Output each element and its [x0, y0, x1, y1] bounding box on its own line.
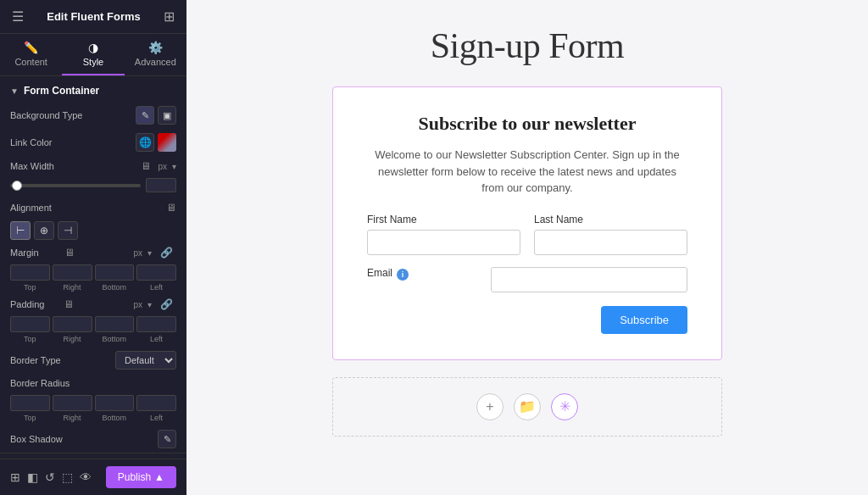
folder-btn[interactable]: 📁 [514, 393, 541, 420]
background-type-label: Background Type [10, 110, 131, 120]
margin-right-input[interactable] [53, 264, 92, 281]
margin-label: Margin [10, 248, 58, 258]
email-label: Email [367, 267, 392, 279]
tab-bar: ✏️ Content ◑ Style ⚙️ Advanced [0, 34, 186, 76]
style-tab-icon: ◑ [88, 41, 98, 54]
margin-inputs [0, 262, 186, 283]
padding-right-input[interactable] [53, 316, 92, 332]
bg-type-color-btn[interactable]: ✎ [136, 106, 154, 125]
max-width-slider-thumb[interactable] [12, 181, 22, 191]
max-width-slider-track[interactable] [10, 184, 141, 187]
labels-section[interactable]: ▶ Labels [0, 453, 186, 459]
name-row: First Name Last Name [367, 214, 687, 255]
border-radius-right-input[interactable] [53, 395, 92, 411]
border-radius-row: Border Radius [0, 374, 186, 392]
br-bottom-label: Bottom [95, 414, 135, 422]
margin-link-icon[interactable]: 🔗 [157, 247, 176, 259]
email-field-label-group: Email i [367, 267, 477, 287]
alignment-row: Alignment 🖥 [0, 197, 186, 218]
subscribe-button[interactable]: Subscribe [601, 306, 687, 334]
first-name-input[interactable] [367, 230, 520, 255]
max-width-input[interactable] [146, 178, 176, 192]
tab-content[interactable]: ✏️ Content [0, 34, 62, 75]
margin-unit: px [133, 248, 142, 258]
sparkle-btn[interactable]: ✳ [551, 393, 578, 420]
advanced-tab-label: Advanced [135, 57, 176, 67]
padding-unit-dropdown[interactable]: ▾ [147, 300, 152, 309]
responsive-icon[interactable]: ⬚ [62, 470, 73, 484]
align-left-btn[interactable]: ⊢ [10, 221, 31, 240]
grid-icon[interactable]: ⊞ [164, 8, 175, 25]
align-center-btn[interactable]: ⊕ [34, 221, 54, 240]
padding-bottom-label: Bottom [95, 335, 135, 343]
layers-icon[interactable]: ⊞ [10, 470, 20, 484]
sidebar-content: ▼ Form Container Background Type ✎ ▣ Lin… [0, 76, 186, 459]
last-name-field: Last Name [534, 214, 687, 255]
link-color-label: Link Color [10, 137, 131, 147]
max-width-row: Max Width 🖥 px ▾ [0, 156, 186, 176]
align-right-btn[interactable]: ⊣ [58, 221, 78, 240]
border-type-select[interactable]: Default Solid Dashed None [115, 351, 176, 370]
margin-monitor-icon: 🖥 [64, 247, 75, 259]
publish-label: Publish [118, 471, 151, 483]
background-type-row: Background Type ✎ ▣ [0, 102, 186, 129]
link-color-picker-btn[interactable] [158, 133, 176, 152]
box-shadow-edit-btn[interactable]: ✎ [158, 430, 176, 448]
margin-unit-dropdown[interactable]: ▾ [147, 248, 152, 258]
padding-labels: Top Right Bottom Left [0, 335, 186, 347]
max-width-label: Max Width [10, 161, 136, 171]
link-color-controls: 🌐 [136, 133, 176, 152]
hamburger-icon[interactable]: ☰ [12, 8, 24, 25]
margin-left-input[interactable] [136, 264, 176, 281]
email-input[interactable] [491, 267, 687, 292]
padding-bottom-input[interactable] [95, 316, 135, 332]
max-width-dropdown-icon[interactable]: ▾ [172, 162, 176, 171]
link-color-globe-btn[interactable]: 🌐 [136, 133, 154, 152]
advanced-tab-icon: ⚙️ [148, 41, 163, 54]
alignment-label: Alignment [10, 203, 161, 213]
last-name-input[interactable] [534, 230, 687, 255]
padding-left-input[interactable] [136, 316, 176, 332]
history-icon[interactable]: ↺ [45, 470, 55, 484]
alignment-monitor-icon: 🖥 [166, 202, 176, 214]
tab-style[interactable]: ◑ Style [62, 34, 124, 75]
publish-button[interactable]: Publish ▲ [106, 466, 176, 488]
bottom-container: + 📁 ✳ [332, 377, 722, 437]
margin-top-input[interactable] [10, 264, 50, 281]
margin-labels: Top Right Bottom Left [0, 283, 186, 295]
sidebar-footer: ⊞ ◧ ↺ ⬚ 👁 Publish ▲ [0, 459, 186, 495]
sidebar: ☰ Edit Fluent Forms ⊞ ✏️ Content ◑ Style… [0, 0, 186, 495]
content-tab-label: Content [14, 57, 47, 67]
bg-type-image-btn[interactable]: ▣ [158, 106, 176, 125]
email-input-field [491, 267, 687, 292]
border-radius-top-input[interactable] [10, 395, 50, 411]
border-radius-label: Border Radius [10, 378, 176, 388]
stack-icon[interactable]: ◧ [27, 470, 38, 484]
br-left-label: Left [136, 414, 176, 422]
margin-bottom-input[interactable] [95, 264, 135, 281]
content-tab-icon: ✏️ [24, 41, 38, 54]
br-top-label: Top [10, 414, 50, 422]
preview-icon[interactable]: 👁 [80, 470, 92, 484]
margin-top-label: Top [10, 283, 50, 292]
border-type-row: Border Type Default Solid Dashed None [0, 347, 186, 374]
border-radius-left-input[interactable] [136, 395, 176, 411]
br-right-label: Right [53, 414, 92, 422]
box-shadow-row: Box Shadow ✎ [0, 425, 186, 453]
link-color-row: Link Color 🌐 [0, 129, 186, 156]
add-block-btn[interactable]: + [476, 393, 504, 420]
border-radius-bottom-input[interactable] [95, 395, 135, 411]
background-type-controls: ✎ ▣ [136, 106, 176, 125]
sidebar-header: ☰ Edit Fluent Forms ⊞ [0, 0, 186, 34]
section-arrow: ▼ [10, 86, 19, 96]
padding-label: Padding [10, 299, 58, 309]
max-width-monitor-icon: 🖥 [141, 160, 151, 172]
padding-unit: px [133, 300, 142, 309]
padding-link-icon[interactable]: 🔗 [157, 298, 176, 310]
tab-advanced[interactable]: ⚙️ Advanced [125, 34, 186, 75]
form-container-section[interactable]: ▼ Form Container [0, 76, 186, 102]
main-content: Sign-up Form Subscribe to our newsletter… [186, 0, 868, 495]
padding-top-input[interactable] [10, 316, 50, 332]
padding-top-label: Top [10, 335, 50, 343]
email-label-group: Email i [367, 267, 477, 283]
